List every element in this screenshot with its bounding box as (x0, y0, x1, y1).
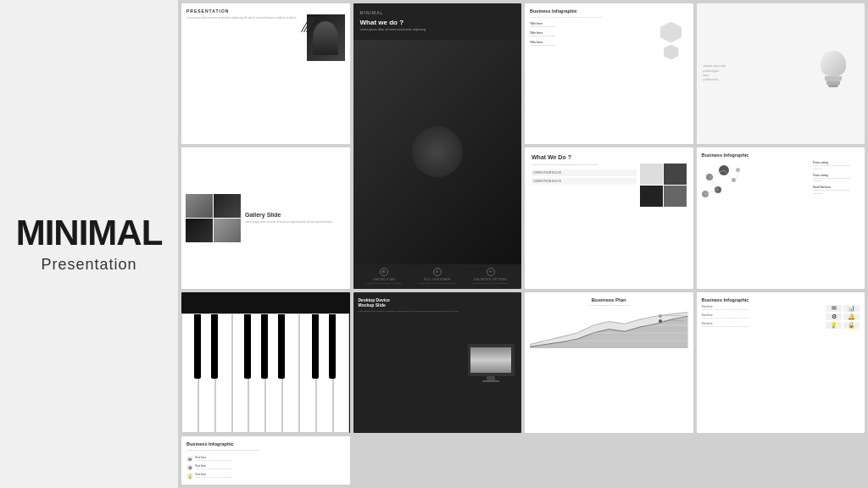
sub-title: Presentation (41, 256, 136, 274)
lightbulb-icon (814, 51, 852, 97)
slide-11-title: Business Infographic (702, 297, 860, 302)
slide-2[interactable]: MINIMAL What we do ? Lorem ipsum dolor s… (353, 3, 522, 289)
slide-9-desc: Lorem ipsum dolor sit amet consectetur a… (359, 310, 462, 313)
slides-grid: PRESENTATION Lorem ipsum dolor sit amet … (178, 0, 868, 488)
slide-12-desc: Lorem ipsum dolor sit amet consectetur a… (186, 449, 345, 452)
slide-11[interactable]: Business Infographic Text here Lorem ips… (697, 292, 865, 433)
slide-12-title: Business Infographic (186, 441, 345, 446)
svg-line-7 (705, 190, 718, 194)
slide-3-title: Business Infographic (530, 8, 688, 14)
slide-10-legend: Lorem ipsum dolor sit Lorem ipsum dolor … (659, 314, 684, 323)
left-panel: MINIMAL Presentation (0, 0, 178, 488)
slide-7[interactable]: Business Infographic (697, 147, 865, 288)
slide-2-title: What we do ? (360, 19, 515, 26)
slide-6[interactable]: What We Do ? Lorem ipsum dolor sit amet … (525, 147, 693, 288)
slide-9[interactable]: Desktop DeviceMockup Slide Lorem ipsum d… (353, 292, 522, 433)
slide-12-items: ✉ Text here Lorem ipsum dolor sit amet c… (186, 456, 345, 480)
svg-line-3 (709, 170, 724, 177)
monitor-icon (468, 344, 515, 376)
slide-10-chart: Lorem ipsum dolor sit Lorem ipsum dolor … (530, 310, 688, 348)
slide-11-icons: ✉ 📊 ⚙ 🔔 💡 🔒 (826, 305, 860, 329)
piano-keys (181, 292, 350, 433)
slide-2-icons: LIMITED PLAN Lorem ipsum dolor sit amet … (360, 268, 515, 285)
slide-5-title: Gallery Slide (245, 212, 346, 218)
svg-line-5 (709, 177, 718, 190)
slide-1[interactable]: PRESENTATION Lorem ipsum dolor sit amet … (181, 3, 350, 144)
slide-5-grid (186, 194, 241, 242)
slide-7-dots (702, 161, 810, 203)
slide-2-sub: Lorem ipsum dolor sit amet consectetur a… (360, 28, 515, 31)
slide-4[interactable]: sit amet, lacus nulla porttitor ligula l… (697, 3, 865, 144)
slide-9-title: Desktop DeviceMockup Slide (359, 297, 462, 308)
slide-6-title: What We Do ? (531, 154, 687, 160)
slide-10-sub: It's all about the people to people plan… (530, 304, 688, 307)
svg-line-4 (724, 170, 735, 181)
slide-7-title: Business Infographic (702, 152, 860, 158)
slide-3[interactable]: Business Infographic Lorem ipsum dolor s… (525, 3, 693, 144)
main-title: MINIMAL (16, 215, 163, 251)
slide-10-title: Business Plan (530, 297, 688, 302)
slide-1-label: PRESENTATION (186, 8, 345, 14)
slide-8[interactable] (181, 292, 350, 433)
svg-point-1 (383, 271, 384, 272)
slide-12[interactable]: Business Infographic Lorem ipsum dolor s… (181, 436, 350, 485)
slide-5[interactable]: Gallery Slide Lorem ipsum dolor sit amet… (181, 147, 350, 288)
slide-5-desc: Lorem ipsum dolor sit amet consectetur a… (245, 220, 346, 225)
slide-10[interactable]: Business Plan It's all about the people … (525, 292, 693, 433)
slide-1-body: Lorem ipsum dolor sit amet consectetur a… (186, 16, 345, 139)
svg-line-6 (735, 171, 739, 181)
